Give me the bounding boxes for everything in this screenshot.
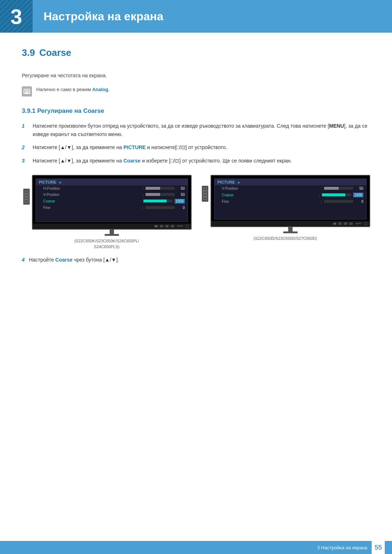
step-1-text: Натиснете произволен бутон отпред на уст… [33,122,370,138]
left-menu-title: PICTURE ▲ [36,179,188,185]
left-item-vposition: V-Position : 50 [36,192,188,198]
screenshots-row: PICTURE ▲ H-Position : 50 V- [22,175,370,250]
right-item-fine: Fine : 0 [215,198,366,205]
subsection-title: 3.9.1 Регулиране на Coarse [22,107,370,115]
subsection-number: 3.9.1 [22,107,36,114]
left-menu-arrow: ▲ [58,180,62,184]
right-item-coarse: Coarse : 1936 [215,192,366,198]
left-item-hposition: H-Position : 50 [36,185,188,192]
chapter-number: 3 [11,4,22,29]
left-caption: (S22C650K/S23C650K/S24C650PL/S24C650PLS) [74,238,139,250]
step-2-num: 2 [22,143,30,151]
step-4-highlight: Coarse [55,257,72,263]
step-2-text: Натиснете [▲/▼], за да преминете на PICT… [33,143,370,151]
chapter-number-box: 3 [0,0,33,33]
left-item-coarse: Coarse : 1936 [36,198,188,205]
step-4-text-after: чрез бутона [▲/▼]. [73,257,119,263]
right-menu-panel: PICTURE ▲ V-Position : 50 Coarse [214,178,367,219]
section-description: Регулиране на честотата на екрана. [22,71,370,79]
step-1: 1 Натиснете произволен бутон отпред на у… [22,122,370,138]
subsection-name: Регулиране на Coarse [37,107,104,114]
page-footer: 3 Настройка на екрана 55 [0,541,392,554]
right-menu-arrow: ▲ [237,180,240,184]
note-box: Налично е само в режим Analog. [22,86,370,97]
section-title: 3.9Coarse [22,47,370,61]
note-text-after: . [108,87,110,92]
note-icon-inner [24,89,30,94]
note-icon [22,86,32,97]
left-item-fine: Fine : 0 [36,205,188,211]
note-text-before: Налично е само в режим [36,87,92,92]
footer-text: 3 Настройка на екрана [317,545,367,550]
step-1-num: 1 [22,122,30,130]
right-caption: (S22C650D/S23C650D/S27C650D) [254,235,317,242]
note-highlight: Analog [92,87,108,92]
steps-list: 1 Натиснете произволен бутон отпред на у… [22,122,370,165]
step-3-num: 3 [22,157,30,165]
screenshot-left: PICTURE ▲ H-Position : 50 V- [22,175,192,250]
right-menu-title-text: PICTURE [217,180,235,184]
step-3-text: Натиснете [▲/▼], за да преминете на Coar… [33,157,370,165]
page-header: 3 Настройка на екрана [0,0,392,33]
chapter-title: Настройка на екрана [44,10,163,23]
step-4-text-before: Настройте [29,257,56,263]
step-2: 2 Натиснете [▲/▼], за да преминете на PI… [22,143,370,151]
step-3: 3 Натиснете [▲/▼], за да преминете на Co… [22,157,370,165]
right-menu-title: PICTURE ▲ [215,179,366,185]
note-text: Налично е само в режим Analog. [36,86,110,94]
section-number: 3.9 [22,47,35,58]
section-name: Coarse [39,47,71,58]
screenshot-right: PICTURE ▲ V-Position : 50 Coarse [200,175,370,242]
page-content: 3.9Coarse Регулиране на честотата на екр… [0,47,392,264]
left-menu-panel: PICTURE ▲ H-Position : 50 V- [36,178,188,222]
right-item-vposition: V-Position : 50 [215,185,366,192]
left-menu-title-text: PICTURE [39,180,56,184]
step-4-num: 4 [22,257,25,263]
step-4: 4 Настройте Coarse чрез бутона [▲/▼]. [22,256,370,264]
footer-page-number: 55 [372,541,385,554]
